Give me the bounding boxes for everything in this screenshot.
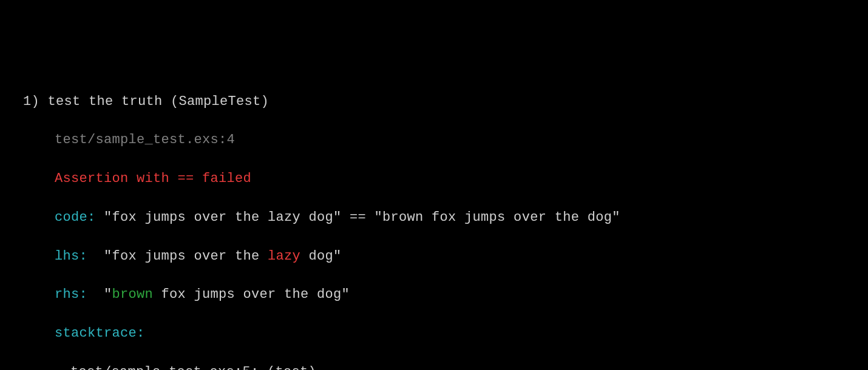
rhs-label: rhs: [55,287,96,302]
lhs-label: lhs: [55,249,96,264]
test-title: test the truth (SampleTest) [48,94,270,109]
test-header-line: 1) test the truth (SampleTest) [0,92,868,112]
file-location-line: test/sample_test.exs:4 [0,130,868,150]
stacktrace-entry: test/sample_test.exs:5: (test) [70,365,316,370]
lhs-prefix: "fox jumps over the [96,249,268,264]
code-line: code: "fox jumps over the lazy dog" == "… [0,208,868,227]
rhs-prefix: " [96,287,112,302]
assertion-error-line: Assertion with == failed [0,169,868,189]
lhs-diff-word: lazy [268,249,300,264]
lhs-line: lhs: "fox jumps over the lazy dog" [0,247,868,266]
assertion-error: Assertion with == failed [55,171,251,186]
rhs-suffix: fox jumps over the dog" [153,287,350,302]
stacktrace-label: stacktrace: [55,326,145,341]
test-number: 1) [23,94,39,109]
rhs-line: rhs: "brown fox jumps over the dog" [0,285,868,304]
file-location: test/sample_test.exs:4 [55,132,235,147]
stacktrace-line: test/sample_test.exs:5: (test) [0,363,868,370]
stacktrace-label-line: stacktrace: [0,324,868,343]
lhs-suffix: dog" [300,249,342,264]
code-label: code: [55,210,96,225]
code-expression: "fox jumps over the lazy dog" == "brown … [96,210,620,225]
rhs-diff-word: brown [112,287,154,302]
